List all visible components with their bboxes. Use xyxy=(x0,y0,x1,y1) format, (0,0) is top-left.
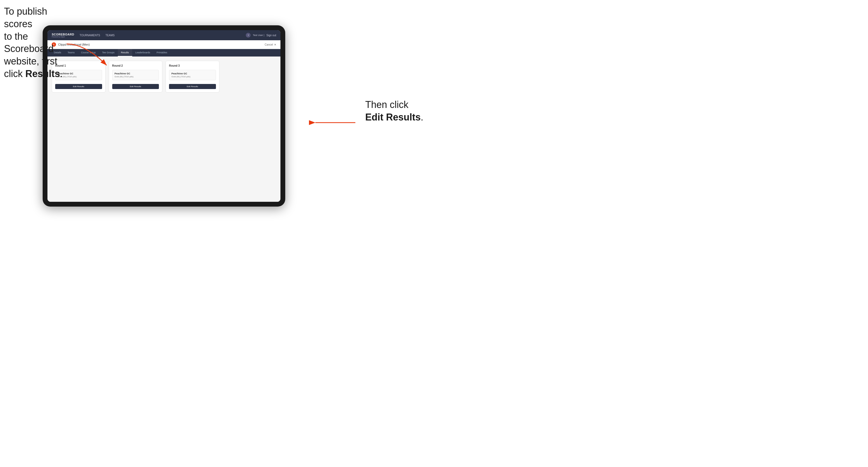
round-3-title: Round 3 xyxy=(169,64,216,67)
tab-leaderboards[interactable]: Leaderboards xyxy=(132,49,154,57)
nav-links: TOURNAMENTS TEAMS xyxy=(80,33,115,38)
arrow-to-edit-results xyxy=(310,115,358,132)
nav-teams[interactable]: TEAMS xyxy=(105,33,115,38)
nav-tournaments[interactable]: TOURNAMENTS xyxy=(80,33,100,38)
tab-course-setup[interactable]: Course Setup xyxy=(78,49,99,57)
nav-bar: SCOREBOARD Powered by clippd TOURNAMENTS… xyxy=(48,30,280,40)
round-2-course: Peachtree GC Gold (M) (7010 yds) xyxy=(112,70,159,80)
tab-printables[interactable]: Printables xyxy=(153,49,170,57)
round-3-course-details: Gold (M) (7010 yds) xyxy=(172,75,214,78)
tablet-device: SCOREBOARD Powered by clippd TOURNAMENTS… xyxy=(43,25,285,207)
round-card-empty xyxy=(223,61,276,93)
edit-results-btn-3[interactable]: Edit Results xyxy=(169,84,216,89)
user-avatar: T xyxy=(246,33,251,38)
nav-right: T Test User | Sign out xyxy=(246,33,276,38)
round-2-title: Round 2 xyxy=(112,64,159,67)
round-2-course-name: Peachtree GC xyxy=(115,72,157,75)
tab-nav: Details Teams Course Setup Tee Groups Re… xyxy=(48,49,280,57)
main-content: Round 1 Peachtree GC Gold (M) (7010 yds)… xyxy=(48,57,280,202)
round-3-course: Peachtree GC Gold (M) (7010 yds) xyxy=(169,70,216,80)
tablet-screen: SCOREBOARD Powered by clippd TOURNAMENTS… xyxy=(48,30,280,202)
tab-teams[interactable]: Teams xyxy=(64,49,78,57)
round-2-course-details: Gold (M) (7010 yds) xyxy=(115,75,157,78)
round-card-3: Round 3 Peachtree GC Gold (M) (7010 yds)… xyxy=(165,61,219,93)
tab-results[interactable]: Results xyxy=(118,49,132,57)
cancel-button[interactable]: Cancel ✕ xyxy=(265,43,276,46)
round-3-course-name: Peachtree GC xyxy=(172,72,214,75)
signout-link[interactable]: Sign out xyxy=(266,33,276,38)
edit-results-btn-2[interactable]: Edit Results xyxy=(112,84,159,89)
tournament-header: C Clippd Invitational (Men) Cancel ✕ xyxy=(48,40,280,49)
nav-user-text: Test User | xyxy=(253,34,264,36)
round-card-2: Round 2 Peachtree GC Gold (M) (7010 yds)… xyxy=(109,61,163,93)
rounds-grid: Round 1 Peachtree GC Gold (M) (7010 yds)… xyxy=(52,61,276,93)
instruction-left: To publish scores to the Scoreboard webs… xyxy=(4,5,65,80)
tab-tee-groups[interactable]: Tee Groups xyxy=(99,49,118,57)
edit-results-btn-1[interactable]: Edit Results xyxy=(55,84,102,89)
instruction-right: Then click Edit Results. xyxy=(365,99,423,124)
